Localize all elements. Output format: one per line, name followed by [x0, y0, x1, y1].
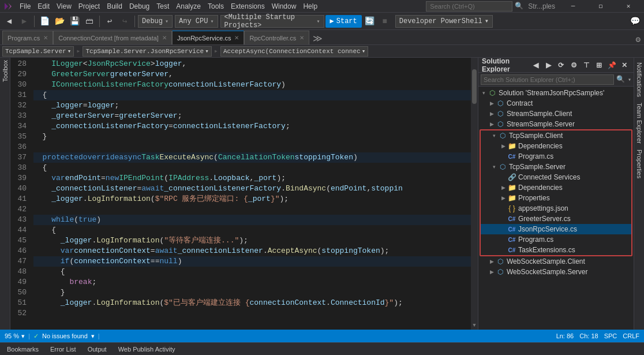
tab-rpc-controller[interactable]: RpcController.cs ✕ [244, 31, 309, 44]
restart-button[interactable]: 🔄 [363, 14, 377, 28]
tree-item-tcpclient-deps[interactable]: ▶ 📁 Dependencies [481, 141, 631, 151]
tab-overflow-button[interactable]: ≫ [310, 33, 325, 44]
properties-panel-label[interactable]: Properties [634, 147, 644, 181]
scroll-down-button[interactable]: ▼ [471, 322, 478, 330]
tree-item-tcpsample-client[interactable]: ▾ ⬡ TcpSample.Client [481, 130, 631, 141]
menu-build[interactable]: Build [103, 0, 126, 13]
right-side-panels: Notifications Team Explorer Properties [634, 58, 644, 330]
zoom-level[interactable]: 95 % ▾ [5, 332, 25, 340]
namespace1-dropdown[interactable]: TcpSample.Server ▾ [2, 46, 74, 57]
menu-view[interactable]: View [53, 0, 75, 13]
namespace2-dropdown[interactable]: TcpSample.Server.JsonRpcService ▾ [83, 46, 211, 57]
menu-search-input[interactable] [426, 1, 512, 12]
tree-item-taskextensions[interactable]: C# TaskExtensions.cs [481, 245, 631, 255]
tree-item-websocket-client[interactable]: ▶ ⬡ WebSocketSample.Client [478, 256, 634, 267]
connected-services-icon: 🔗 [507, 173, 516, 182]
platform-dropdown[interactable]: Any CPU ▾ [175, 15, 218, 28]
se-pin-button[interactable]: 📌 [606, 59, 617, 71]
tree-item-solution[interactable]: ▾ ⬡ Solution 'StreamJsonRpcSamples' [478, 88, 634, 98]
tree-item-tcpserver-deps[interactable]: ▶ 📁 Dependencies [481, 182, 631, 193]
method-arrow-icon: ▾ [362, 47, 366, 55]
editor-scrollbar[interactable] [471, 58, 478, 330]
se-back-button[interactable]: ◀ [530, 59, 541, 71]
team-explorer-label[interactable]: Team Explorer [634, 100, 644, 146]
se-filter-button[interactable]: ⊤ [581, 59, 592, 71]
start-button[interactable]: ▶ Start [325, 15, 362, 28]
se-search-input[interactable] [481, 74, 614, 85]
se-search-button[interactable]: 🔍 [615, 74, 627, 85]
tree-item-properties[interactable]: ▶ 📁 Properties [481, 193, 631, 203]
undo-button[interactable]: ↩ [103, 14, 117, 28]
toolbox-panel[interactable]: Toolbox [0, 58, 10, 330]
menu-file[interactable]: File [16, 0, 34, 13]
menu-analyze[interactable]: Analyze [173, 0, 204, 13]
back-button[interactable]: ◀ [2, 14, 16, 28]
se-search-toolbar: 🔍 ▾ [478, 73, 634, 87]
restore-button[interactable]: ◻ [587, 0, 614, 13]
menu-project[interactable]: Project [75, 0, 103, 13]
tree-item-contract[interactable]: ▶ ⬡ Contract [478, 98, 634, 109]
tree-item-program-server[interactable]: C# Program.cs [481, 234, 631, 245]
code-editor[interactable]: 28 29 30 31 32 33 34 35 36 37 38 39 40 4… [10, 58, 478, 330]
close-button[interactable]: ✕ [615, 0, 642, 13]
save-all-button[interactable]: 🗃 [83, 14, 96, 28]
output-tab[interactable]: Output [85, 345, 109, 354]
tab-gear-button[interactable]: ⚙ [632, 35, 644, 44]
notifications-panel-label[interactable]: Notifications [634, 60, 644, 99]
streamsample-server-expand-icon: ▶ [488, 120, 496, 128]
se-preview-button[interactable]: ⊞ [593, 59, 605, 71]
web-publish-tab[interactable]: Web Publish Activity [116, 345, 178, 354]
tree-item-streamsample-server[interactable]: ▶ ⬡ StreamSample.Server [478, 119, 634, 129]
devshell-dropdown[interactable]: Developer PowerShell ▾ [395, 15, 493, 28]
tab-program-cs[interactable]: Program.cs ✕ [2, 31, 53, 44]
tab-rpc-controller-close[interactable]: ✕ [299, 35, 304, 41]
tree-item-appsettings[interactable]: { } appsettings.json [481, 203, 631, 214]
se-forward-button[interactable]: ▶ [542, 59, 554, 71]
properties-folder-icon: 📁 [507, 193, 516, 203]
se-sync-button[interactable]: ⟳ [555, 59, 567, 71]
stop-button[interactable]: ■ [378, 14, 392, 28]
redo-button[interactable]: ↪ [118, 14, 132, 28]
bookmarks-tab[interactable]: Bookmarks [5, 345, 41, 354]
tree-item-tcpsample-server[interactable]: ▾ ⬡ TcpSample.Server [481, 162, 631, 172]
tree-item-greeterserver[interactable]: C# GreeterServer.cs [481, 214, 631, 224]
se-close-button[interactable]: ✕ [619, 59, 630, 71]
save-button[interactable]: 💾 [68, 14, 81, 28]
tab-jsonrpc-label: JsonRpcService.cs [177, 35, 231, 42]
editor-scrollbar-thumb[interactable] [472, 69, 477, 104]
tree-item-connected-services[interactable]: 🔗 Connected Services [481, 172, 631, 182]
menu-debug[interactable]: Debug [126, 0, 153, 13]
minimize-button[interactable]: ─ [560, 0, 586, 13]
greeterserver-label: GreeterServer.cs [518, 215, 571, 223]
tab-jsonrpc-service[interactable]: JsonRpcService.cs ✕ [172, 31, 245, 44]
debug-config-dropdown[interactable]: Debug ▾ [138, 15, 173, 28]
tab-connection-context[interactable]: ConnectionContext [from metadata] ✕ [53, 31, 172, 44]
menu-help[interactable]: Help [299, 0, 321, 13]
tree-item-jsonrpc[interactable]: C# JsonRpcService.cs [481, 224, 631, 234]
open-button[interactable]: 📂 [53, 14, 66, 28]
error-list-tab[interactable]: Error List [48, 345, 78, 354]
method-dropdown[interactable]: AcceptAsync(ConnectionContext connec ▾ [220, 46, 368, 57]
menu-extensions[interactable]: Extensions [227, 0, 268, 13]
menu-test[interactable]: Test [153, 0, 173, 13]
wsserver-expand-icon: ▶ [488, 268, 496, 276]
code-line-50: } [33, 287, 471, 298]
menu-window[interactable]: Window [268, 0, 300, 13]
se-settings-button[interactable]: ⚙ [568, 59, 579, 71]
startup-project-dropdown[interactable]: <Multiple Startup Projects> ▾ [220, 15, 324, 28]
tab-connection-context-close[interactable]: ✕ [162, 35, 167, 41]
menu-tools[interactable]: Tools [204, 0, 227, 13]
forward-button[interactable]: ▶ [17, 14, 31, 28]
tree-item-websocket-server[interactable]: ▶ ⬡ WebSocketSample.Server [478, 267, 634, 277]
feedback-button[interactable]: 💬 [628, 14, 642, 28]
tab-program-cs-close[interactable]: ✕ [43, 35, 48, 41]
tab-jsonrpc-close[interactable]: ✕ [234, 35, 239, 41]
code-content[interactable]: ILogger<JsonRpcService> logger, GreeterS… [33, 58, 471, 330]
tree-item-tcpclient-program[interactable]: C# Program.cs [481, 151, 631, 162]
code-line-42 [33, 204, 471, 215]
new-file-button[interactable]: 📄 [38, 14, 51, 28]
main-toolbar: ◀ ▶ 📄 📂 💾 🗃 ↩ ↪ Debug ▾ Any CPU ▾ <Multi… [0, 13, 644, 30]
tree-item-streamsample-client[interactable]: ▶ ⬡ StreamSample.Client [478, 109, 634, 119]
menu-edit[interactable]: Edit [34, 0, 53, 13]
code-line-49: break; [33, 277, 471, 287]
